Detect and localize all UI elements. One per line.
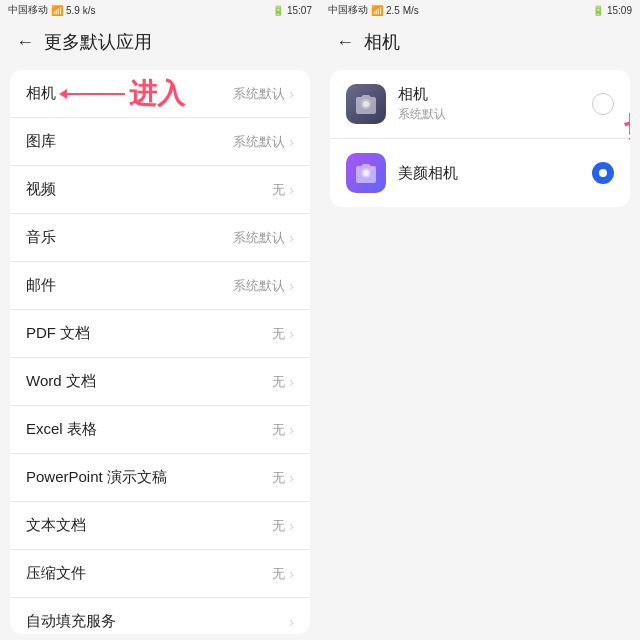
word-value: 无 xyxy=(272,373,285,391)
autofill-right: › xyxy=(289,614,294,630)
signal-icons-left: 📶 xyxy=(51,5,63,16)
camera-chevron: › xyxy=(289,86,294,102)
time-left: 15:07 xyxy=(287,5,312,16)
left-page-title: 更多默认应用 xyxy=(44,30,152,54)
music-label: 音乐 xyxy=(26,228,56,247)
system-camera-radio[interactable] xyxy=(592,93,614,115)
right-status-left: 中国移动 📶 2.5 M/s xyxy=(328,3,419,17)
enter-text: 进入 xyxy=(129,75,185,113)
signal-speed-right: 2.5 M/s xyxy=(386,5,419,16)
video-value: 无 xyxy=(272,181,285,199)
text-chevron: › xyxy=(289,518,294,534)
text-label: 文本文档 xyxy=(26,516,86,535)
zip-right: 无 › xyxy=(272,565,294,583)
beauty-camera-radio[interactable] xyxy=(592,162,614,184)
mail-label: 邮件 xyxy=(26,276,56,295)
right-header: ← 相机 xyxy=(320,20,640,64)
system-camera-subtitle: 系统默认 xyxy=(398,106,592,123)
left-status-left: 中国移动 📶 5.9 k/s xyxy=(8,3,95,17)
list-item-pdf[interactable]: PDF 文档 无 › xyxy=(10,310,310,358)
pdf-value: 无 xyxy=(272,325,285,343)
left-panel: 中国移动 📶 5.9 k/s 🔋 15:07 ← 更多默认应用 相机 进入 系统… xyxy=(0,0,320,640)
time-right: 15:09 xyxy=(607,5,632,16)
gallery-default-label: 系统默认 xyxy=(233,133,285,151)
right-page-title: 相机 xyxy=(364,30,400,54)
camera-default-label: 系统默认 xyxy=(233,85,285,103)
list-item-word[interactable]: Word 文档 无 › xyxy=(10,358,310,406)
word-chevron: › xyxy=(289,374,294,390)
camera-right: 系统默认 › xyxy=(233,85,294,103)
music-right: 系统默认 › xyxy=(233,229,294,247)
svg-point-4 xyxy=(369,166,373,170)
list-item-excel[interactable]: Excel 表格 无 › xyxy=(10,406,310,454)
left-status-bar: 中国移动 📶 5.9 k/s 🔋 15:07 xyxy=(0,0,320,20)
ppt-chevron: › xyxy=(289,470,294,486)
mail-chevron: › xyxy=(289,278,294,294)
excel-value: 无 xyxy=(272,421,285,439)
list-item-video[interactable]: 视频 无 › xyxy=(10,166,310,214)
excel-chevron: › xyxy=(289,422,294,438)
carrier-right: 中国移动 xyxy=(328,3,368,17)
music-chevron: › xyxy=(289,230,294,246)
list-item-music[interactable]: 音乐 系统默认 › xyxy=(10,214,310,262)
camera-label: 相机 xyxy=(26,84,56,103)
battery-right: 🔋 xyxy=(592,5,604,16)
ppt-right: 无 › xyxy=(272,469,294,487)
right-back-button[interactable]: ← xyxy=(336,32,354,53)
list-item-camera[interactable]: 相机 进入 系统默认 › xyxy=(10,70,310,118)
list-item-text[interactable]: 文本文档 无 › xyxy=(10,502,310,550)
zip-label: 压缩文件 xyxy=(26,564,86,583)
video-label: 视频 xyxy=(26,180,56,199)
beauty-camera-info: 美颜相机 xyxy=(398,164,592,183)
system-camera-icon xyxy=(346,84,386,124)
left-status-right: 🔋 15:07 xyxy=(272,5,312,16)
video-chevron: › xyxy=(289,182,294,198)
beauty-camera-icon xyxy=(346,153,386,193)
right-panel: 中国移动 📶 2.5 M/s 🔋 15:09 ← 相机 相机 系 xyxy=(320,0,640,640)
list-item-gallery[interactable]: 图库 系统默认 › xyxy=(10,118,310,166)
right-status-right: 🔋 15:09 xyxy=(592,5,632,16)
camera-svg-beauty xyxy=(354,161,378,185)
gallery-right: 系统默认 › xyxy=(233,133,294,151)
gallery-chevron: › xyxy=(289,134,294,150)
zip-value: 无 xyxy=(272,565,285,583)
zip-chevron: › xyxy=(289,566,294,582)
excel-right: 无 › xyxy=(272,421,294,439)
camera-svg-system xyxy=(354,92,378,116)
pdf-label: PDF 文档 xyxy=(26,324,90,343)
pdf-chevron: › xyxy=(289,326,294,342)
music-default-label: 系统默认 xyxy=(233,229,285,247)
system-camera-info: 相机 系统默认 xyxy=(398,85,592,123)
text-value: 无 xyxy=(272,517,285,535)
list-item-zip[interactable]: 压缩文件 无 › xyxy=(10,550,310,598)
word-right: 无 › xyxy=(272,373,294,391)
arrow-line xyxy=(65,93,125,95)
mail-right: 系统默认 › xyxy=(233,277,294,295)
ppt-value: 无 xyxy=(272,469,285,487)
list-item-mail[interactable]: 邮件 系统默认 › xyxy=(10,262,310,310)
camera-options-list: 相机 系统默认 美颜相机 切换 ↑ xyxy=(330,70,630,207)
ppt-label: PowerPoint 演示文稿 xyxy=(26,468,167,487)
camera-option-beauty[interactable]: 美颜相机 切换 ↑ xyxy=(330,139,630,207)
camera-option-system[interactable]: 相机 系统默认 xyxy=(330,70,630,139)
autofill-label: 自动填充服务 xyxy=(26,612,116,631)
left-back-button[interactable]: ← xyxy=(16,32,34,53)
pdf-right: 无 › xyxy=(272,325,294,343)
video-right: 无 › xyxy=(272,181,294,199)
list-item-ppt[interactable]: PowerPoint 演示文稿 无 › xyxy=(10,454,310,502)
battery-left: 🔋 xyxy=(272,5,284,16)
beauty-camera-name: 美颜相机 xyxy=(398,164,592,183)
list-item-autofill[interactable]: 自动填充服务 › xyxy=(10,598,310,634)
carrier-left: 中国移动 xyxy=(8,3,48,17)
mail-default-label: 系统默认 xyxy=(233,277,285,295)
gallery-label: 图库 xyxy=(26,132,56,151)
left-header: ← 更多默认应用 xyxy=(0,20,320,64)
signal-icons-right: 📶 xyxy=(371,5,383,16)
switch-text: 切换 xyxy=(624,109,630,147)
text-right: 无 › xyxy=(272,517,294,535)
switch-annotation: 切换 ↑ xyxy=(624,109,630,173)
signal-speed-left: 5.9 k/s xyxy=(66,5,95,16)
right-status-bar: 中国移动 📶 2.5 M/s 🔋 15:09 xyxy=(320,0,640,20)
enter-annotation: 进入 xyxy=(65,75,185,113)
autofill-chevron: › xyxy=(289,614,294,630)
